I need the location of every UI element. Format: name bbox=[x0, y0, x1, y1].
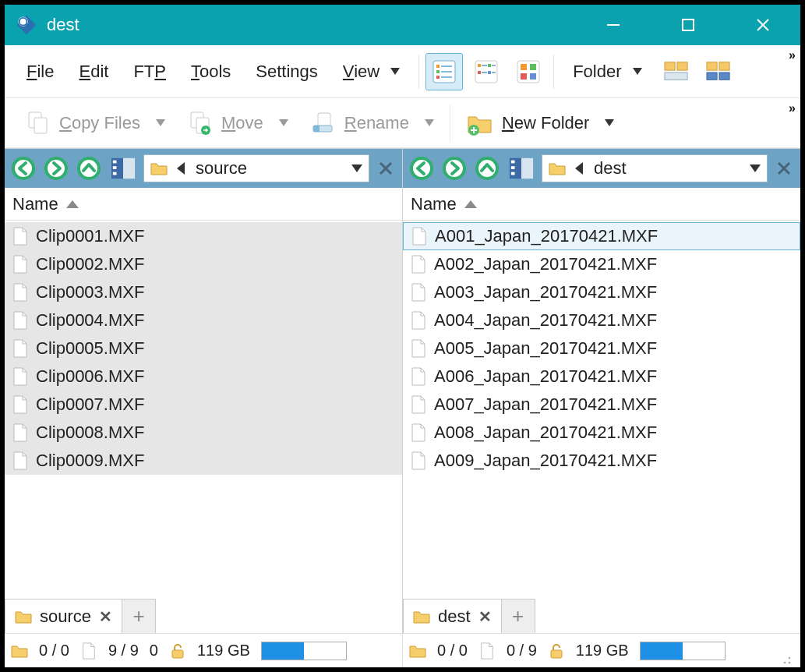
tab-add-right[interactable]: + bbox=[501, 599, 535, 633]
maximize-button[interactable] bbox=[651, 5, 726, 45]
dropdown-icon[interactable] bbox=[351, 164, 362, 172]
file-row[interactable]: A008_Japan_20170421.MXF bbox=[403, 419, 800, 447]
view-thumbs-button[interactable] bbox=[510, 53, 547, 90]
file-row[interactable]: Clip0008.MXF bbox=[5, 419, 402, 447]
file-row[interactable]: Clip0009.MXF bbox=[5, 447, 402, 475]
file-row[interactable]: Clip0006.MXF bbox=[5, 363, 402, 391]
tab-close-icon[interactable]: ✕ bbox=[478, 607, 492, 626]
tab-close-icon[interactable]: ✕ bbox=[99, 607, 112, 626]
tab-left[interactable]: source ✕ bbox=[5, 599, 122, 633]
menu-tools[interactable]: Tools bbox=[178, 45, 243, 97]
pane-right-close[interactable] bbox=[772, 157, 796, 180]
column-header-left[interactable]: Name bbox=[5, 188, 402, 221]
file-row[interactable]: A006_Japan_20170421.MXF bbox=[403, 363, 800, 391]
statusbar: 0 / 0 9 / 9 0 119 GB 0 / 0 0 / 9 119 GB bbox=[5, 633, 800, 667]
file-name: Clip0006.MXF bbox=[36, 366, 144, 387]
close-button[interactable] bbox=[726, 5, 800, 45]
file-row[interactable]: Clip0002.MXF bbox=[5, 250, 402, 278]
file-name: A002_Japan_20170421.MXF bbox=[434, 254, 657, 274]
dropdown-icon[interactable] bbox=[750, 164, 761, 172]
svg-point-46 bbox=[46, 158, 66, 179]
file-list-right[interactable]: A001_Japan_20170421.MXFA002_Japan_201704… bbox=[403, 221, 800, 599]
tabs-right: dest ✕ + bbox=[403, 599, 800, 633]
file-name: Clip0008.MXF bbox=[36, 423, 144, 443]
svg-point-47 bbox=[79, 158, 99, 179]
minimize-button[interactable] bbox=[576, 5, 651, 45]
caret-down-icon bbox=[390, 68, 400, 75]
status-files: 0 / 9 bbox=[507, 642, 537, 660]
path-box-right[interactable]: dest bbox=[542, 154, 768, 182]
separator bbox=[418, 55, 419, 89]
file-row[interactable]: A003_Japan_20170421.MXF bbox=[403, 278, 800, 306]
menu-view[interactable]: View bbox=[330, 45, 412, 97]
nav-up-button[interactable] bbox=[75, 154, 103, 182]
file-row[interactable]: Clip0007.MXF bbox=[5, 391, 402, 419]
svg-rect-51 bbox=[113, 166, 117, 169]
nav-thumb-button[interactable] bbox=[506, 154, 537, 182]
caret-down-icon bbox=[279, 119, 288, 126]
status-disk: 119 GB bbox=[576, 642, 629, 660]
pane-right: dest Name A001_Japan_20170421.MXFA002_Ja… bbox=[402, 148, 800, 633]
menubar: FFile Edit FTP Tools Settings View Folde… bbox=[5, 45, 800, 98]
file-row[interactable]: A009_Japan_20170421.MXF bbox=[403, 447, 800, 475]
nav-forward-button[interactable] bbox=[440, 154, 468, 182]
file-row[interactable]: Clip0004.MXF bbox=[5, 306, 402, 334]
file-list-left[interactable]: Clip0001.MXFClip0002.MXFClip0003.MXFClip… bbox=[5, 221, 402, 599]
tab-add-left[interactable]: + bbox=[122, 599, 156, 633]
file-icon bbox=[411, 283, 426, 302]
file-row[interactable]: A004_Japan_20170421.MXF bbox=[403, 306, 800, 334]
tab-right[interactable]: dest ✕ bbox=[403, 599, 501, 633]
file-row[interactable]: Clip0001.MXF bbox=[5, 222, 402, 250]
folder-mode-1-button[interactable] bbox=[658, 53, 695, 90]
file-row[interactable]: A002_Japan_20170421.MXF bbox=[403, 250, 800, 278]
nav-up-button[interactable] bbox=[473, 154, 501, 182]
file-row[interactable]: A001_Japan_20170421.MXF bbox=[403, 222, 800, 250]
svg-rect-18 bbox=[488, 64, 491, 67]
resize-grip-icon[interactable] bbox=[779, 652, 793, 666]
svg-rect-52 bbox=[113, 172, 117, 175]
folder-icon bbox=[549, 161, 566, 175]
file-row[interactable]: Clip0003.MXF bbox=[5, 278, 402, 306]
path-box-left[interactable]: source bbox=[143, 154, 369, 182]
view-list-button[interactable] bbox=[468, 53, 505, 90]
copy-files-button[interactable]: Copy Files bbox=[14, 98, 176, 147]
overflow-icon[interactable]: » bbox=[789, 48, 796, 62]
file-row[interactable]: Clip0005.MXF bbox=[5, 334, 402, 363]
move-button[interactable]: Move bbox=[176, 98, 299, 147]
new-folder-button[interactable]: New Folder bbox=[455, 98, 625, 147]
app-icon bbox=[16, 14, 37, 36]
file-row[interactable]: A007_Japan_20170421.MXF bbox=[403, 391, 800, 419]
nav-thumb-button[interactable] bbox=[108, 154, 139, 182]
menu-ftp[interactable]: FTP bbox=[121, 45, 178, 97]
folder-icon bbox=[150, 161, 168, 175]
file-name: A005_Japan_20170421.MXF bbox=[434, 338, 657, 359]
folder-mode-2-button[interactable] bbox=[700, 53, 737, 90]
rename-button[interactable]: Rename bbox=[299, 98, 445, 147]
svg-rect-11 bbox=[436, 70, 440, 73]
view-details-button[interactable] bbox=[425, 53, 463, 90]
nav-forward-button[interactable] bbox=[42, 154, 70, 182]
menu-settings[interactable]: Settings bbox=[243, 45, 330, 97]
menu-edit[interactable]: Edit bbox=[66, 45, 121, 97]
svg-rect-9 bbox=[436, 65, 440, 68]
file-name: Clip0002.MXF bbox=[36, 254, 144, 274]
column-header-label: Name bbox=[411, 194, 457, 214]
file-name: Clip0001.MXF bbox=[36, 226, 144, 246]
nav-back-button[interactable] bbox=[408, 154, 436, 182]
nav-back-button[interactable] bbox=[9, 154, 37, 182]
svg-point-55 bbox=[411, 158, 432, 179]
overflow-icon[interactable]: » bbox=[789, 101, 796, 115]
column-header-right[interactable]: Name bbox=[403, 188, 800, 221]
menu-file[interactable]: FFile bbox=[14, 45, 66, 97]
file-name: A009_Japan_20170421.MXF bbox=[434, 451, 657, 471]
file-icon bbox=[411, 227, 427, 246]
column-header-label: Name bbox=[12, 194, 58, 214]
caret-down-icon bbox=[605, 119, 614, 126]
lock-open-icon bbox=[169, 642, 186, 660]
svg-point-56 bbox=[444, 158, 464, 179]
operations-toolbar: Copy Files Move Rename New Folder » bbox=[5, 98, 800, 148]
pane-left-close[interactable] bbox=[374, 157, 397, 180]
svg-rect-30 bbox=[676, 62, 687, 69]
file-row[interactable]: A005_Japan_20170421.MXF bbox=[403, 334, 800, 363]
menu-folder[interactable]: Folder bbox=[560, 45, 654, 97]
